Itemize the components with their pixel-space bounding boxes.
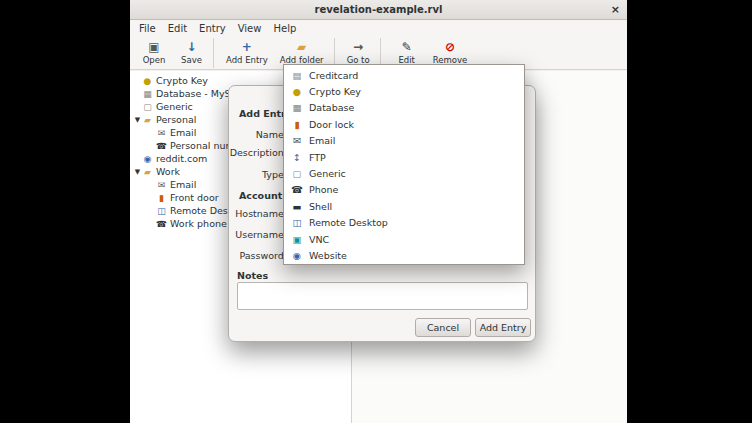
- toolbar-button-label: Save: [181, 55, 202, 65]
- type-option-label: Crypto Key: [309, 86, 361, 97]
- menu-item-help[interactable]: Help: [267, 21, 302, 36]
- phone-icon: ☎: [291, 184, 303, 195]
- open-button[interactable]: ▣ Open: [134, 38, 174, 68]
- website-icon: ◉: [142, 154, 153, 164]
- type-option-label: FTP: [309, 152, 326, 163]
- desktop-background: revelation-example.rvl × File Edit Entry…: [0, 0, 752, 423]
- remote-desktop-icon: ◫: [156, 206, 167, 216]
- tree-item-label: reddit.com: [156, 153, 207, 164]
- database-icon: ▦: [142, 89, 153, 99]
- type-option-label: Database: [309, 102, 354, 113]
- generic-icon: ▢: [142, 102, 153, 112]
- tree-item-label: Crypto Key: [156, 75, 208, 86]
- close-icon[interactable]: ×: [611, 3, 620, 16]
- type-option-label: Website: [309, 250, 347, 261]
- type-option-website[interactable]: ◉ Website: [284, 247, 524, 263]
- menu-item-entry[interactable]: Entry: [193, 21, 232, 36]
- type-option-shell[interactable]: ▬ Shell: [284, 198, 524, 214]
- key-icon: ●: [291, 86, 303, 97]
- type-option-label: Email: [309, 135, 335, 146]
- tree-item-label: Front door: [170, 192, 219, 203]
- tree-item-label: Generic: [156, 101, 193, 112]
- type-option-label: Generic: [309, 168, 346, 179]
- remove-icon: ⊘: [445, 41, 455, 54]
- type-option-remote-desktop[interactable]: ◫ Remote Desktop: [284, 215, 524, 231]
- menu-item-view[interactable]: View: [232, 21, 268, 36]
- notes-input[interactable]: [237, 282, 528, 310]
- type-option-label: Door lock: [309, 119, 354, 130]
- menubar: File Edit Entry View Help: [130, 20, 627, 37]
- expander-icon[interactable]: ▼: [133, 116, 142, 124]
- go-to-icon: →: [353, 41, 363, 54]
- app-window: revelation-example.rvl × File Edit Entry…: [130, 0, 627, 423]
- vnc-icon: ▣: [291, 234, 303, 245]
- menu-item-edit[interactable]: Edit: [162, 21, 193, 36]
- add-entry-confirm-button[interactable]: Add Entry: [475, 318, 531, 337]
- add-folder-icon: ▰: [297, 41, 306, 54]
- email-icon: ✉: [156, 180, 167, 190]
- add-entry-icon: +: [242, 41, 252, 54]
- tree-item-label: Email: [170, 127, 196, 138]
- type-option-label: Creditcard: [309, 70, 358, 81]
- type-option-ftp[interactable]: ↕ FTP: [284, 149, 524, 165]
- type-option-database[interactable]: ▦ Database: [284, 100, 524, 116]
- tree-item-label: Work phone: [170, 218, 227, 229]
- type-option-crypto-key[interactable]: ● Crypto Key: [284, 83, 524, 99]
- toolbar-button-label: Add Entry: [226, 55, 268, 65]
- type-option-vnc[interactable]: ▣ VNC: [284, 231, 524, 247]
- remote-desktop-icon: ◫: [291, 217, 303, 228]
- key-icon: ●: [142, 76, 153, 86]
- folder-icon: ▰: [142, 115, 153, 125]
- type-option-label: Shell: [309, 201, 332, 212]
- folder-icon: ▰: [142, 167, 153, 177]
- password-field-label: Password:: [229, 250, 287, 261]
- notes-section-title: Notes: [237, 270, 268, 281]
- type-option-label: Phone: [309, 184, 338, 195]
- toolbar-button-label: Open: [143, 55, 166, 65]
- tree-item-label: Personal: [156, 114, 196, 125]
- tree-item-label: Email: [170, 179, 196, 190]
- phone-icon: ☎: [156, 141, 167, 151]
- save-button[interactable]: ↓ Save: [174, 38, 214, 68]
- cancel-button[interactable]: Cancel: [415, 318, 471, 337]
- creditcard-icon: ▤: [291, 70, 303, 81]
- type-option-email[interactable]: ✉ Email: [284, 133, 524, 149]
- ftp-icon: ↕: [291, 152, 303, 163]
- type-option-phone[interactable]: ☎ Phone: [284, 182, 524, 198]
- username-field-label: Username:: [229, 229, 287, 240]
- type-option-label: Remote Desktop: [309, 217, 388, 228]
- tree-item-label: Work: [156, 166, 180, 177]
- type-option-door-lock[interactable]: ▮ Door lock: [284, 116, 524, 132]
- generic-icon: ▢: [291, 168, 303, 179]
- type-option-creditcard[interactable]: ▤ Creditcard: [284, 67, 524, 83]
- shell-icon: ▬: [291, 201, 303, 212]
- open-icon: ▣: [148, 41, 159, 54]
- door-lock-icon: ▮: [291, 119, 303, 130]
- menu-item-file[interactable]: File: [133, 21, 162, 36]
- expander-icon[interactable]: ▼: [133, 168, 142, 176]
- titlebar[interactable]: revelation-example.rvl ×: [130, 0, 627, 20]
- type-option-label: VNC: [309, 234, 329, 245]
- database-icon: ▦: [291, 102, 303, 113]
- phone-icon: ☎: [156, 219, 167, 229]
- type-field-label: Type:: [229, 169, 287, 180]
- save-icon: ↓: [186, 41, 196, 54]
- website-icon: ◉: [291, 250, 303, 261]
- type-option-generic[interactable]: ▢ Generic: [284, 165, 524, 181]
- door-lock-icon: ▮: [156, 193, 167, 203]
- hostname-field-label: Hostname:: [229, 208, 287, 219]
- email-icon: ✉: [291, 135, 303, 146]
- add-entry-button[interactable]: + Add Entry: [220, 38, 274, 68]
- name-field-label: Name:: [229, 129, 287, 140]
- email-icon: ✉: [156, 128, 167, 138]
- description-field-label: Description:: [229, 147, 287, 158]
- edit-icon: ✎: [402, 41, 412, 54]
- type-dropdown-popup: ▤ Creditcard ● Crypto Key ▦ Database ▮ D…: [283, 64, 525, 265]
- window-title: revelation-example.rvl: [315, 4, 443, 15]
